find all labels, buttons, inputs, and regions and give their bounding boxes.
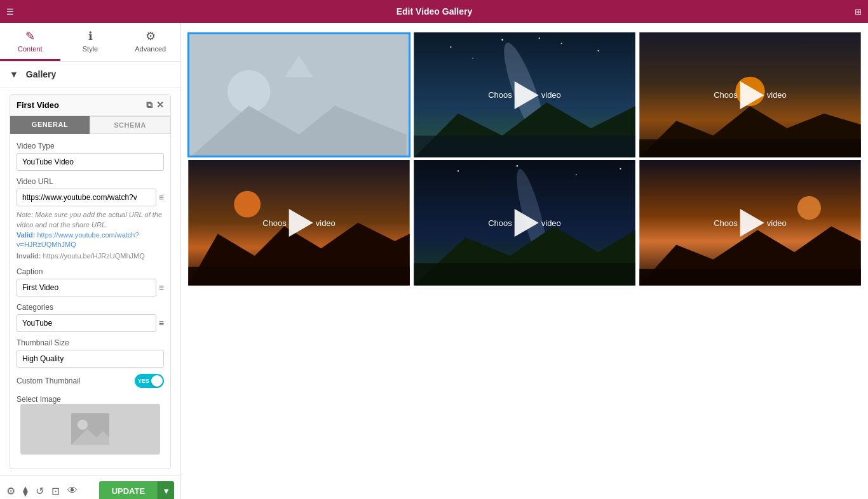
categories-field: Categories ≡ xyxy=(17,303,164,332)
svg-point-34 xyxy=(797,196,821,220)
invalid-url-text: Invalid: https://youtu.be/HJRzUQMhJMQ xyxy=(17,251,164,261)
svg-rect-20 xyxy=(639,139,860,157)
page-title: Edit Video Gallery xyxy=(14,6,855,17)
svg-rect-24 xyxy=(188,267,409,286)
video-type-field: Video Type YouTube Video Vimeo Self Host… xyxy=(17,142,164,171)
svg-point-13 xyxy=(539,37,540,39)
gallery-label: Gallery xyxy=(26,69,56,79)
play-triangle-1 xyxy=(515,81,539,109)
schema-tab[interactable]: SCHEMA xyxy=(90,116,170,134)
svg-point-10 xyxy=(561,43,562,44)
thumbnail-size-select-wrap: High Quality Medium Quality Standard Qua… xyxy=(17,350,164,368)
svg-point-22 xyxy=(234,191,261,218)
video-cell-4[interactable]: Choos video xyxy=(413,160,636,285)
categories-label: Categories xyxy=(17,303,164,312)
custom-thumbnail-row: Custom Thumbnail YES xyxy=(17,374,164,388)
caption-list-icon[interactable]: ≡ xyxy=(159,283,164,293)
valid-url-text: Valid: https://www.youtube.com/watch?v=H… xyxy=(17,230,164,250)
toggle-yes-label: YES xyxy=(138,378,149,384)
image-placeholder[interactable] xyxy=(20,404,160,455)
bottom-left-icons: ⚙ ⧫ ↺ ⊡ 👁 xyxy=(6,485,78,497)
play-triangle-4 xyxy=(515,209,539,237)
layers-icon[interactable]: ⧫ xyxy=(23,485,28,497)
select-image-label: Select Image xyxy=(17,395,61,404)
bottom-toolbar: ⚙ ⧫ ↺ ⊡ 👁 UPDATE ▼ xyxy=(0,476,180,499)
caption-input[interactable] xyxy=(17,279,156,296)
svg-point-11 xyxy=(597,50,599,51)
video-cell-1[interactable]: Choos video xyxy=(413,32,636,157)
duplicate-icon[interactable]: ⧉ xyxy=(146,100,153,110)
sidebar: ✎ Content ℹ Style ⚙ Advanced ▼ Gallery F… xyxy=(0,23,181,499)
settings-icon[interactable]: ⚙ xyxy=(6,485,15,497)
advanced-icon: ⚙ xyxy=(146,29,156,43)
caption-field: Caption ≡ xyxy=(17,267,164,296)
url-list-icon[interactable]: ≡ xyxy=(159,192,164,203)
custom-thumbnail-toggle[interactable]: YES xyxy=(135,374,164,388)
svg-point-1 xyxy=(78,420,88,430)
first-video-title: First Video xyxy=(17,100,59,110)
tab-style-label: Style xyxy=(83,45,98,53)
video-cell-2[interactable]: Choos video xyxy=(639,32,862,157)
video-cell-3[interactable]: Choos video xyxy=(187,160,410,285)
toggle-wrap: YES xyxy=(135,374,164,388)
video-cell-0[interactable] xyxy=(187,32,410,157)
caption-input-wrap: ≡ xyxy=(17,279,164,296)
hamburger-icon[interactable]: ☰ xyxy=(6,7,14,17)
svg-point-12 xyxy=(472,58,473,59)
video-url-input-wrap: ≡ xyxy=(17,189,164,206)
play-overlay-1: Choos video xyxy=(488,81,561,109)
video-type-select[interactable]: YouTube Video Vimeo Self Hosted xyxy=(17,153,164,171)
content-icon: ✎ xyxy=(25,29,35,43)
first-video-panel: First Video ⧉ ✕ GENERAL SCHEMA Video Typ… xyxy=(10,94,171,469)
play-triangle-3 xyxy=(289,209,313,237)
history-icon[interactable]: ↺ xyxy=(36,485,44,497)
toggle-knob xyxy=(151,375,163,387)
placeholder-landscape-svg xyxy=(189,34,409,156)
url-note: Note: Make sure you add the actual URL o… xyxy=(17,211,162,229)
update-button[interactable]: UPDATE xyxy=(99,481,158,499)
tab-advanced-label: Advanced xyxy=(135,45,166,53)
video-grid: Choos video xyxy=(187,32,862,286)
choose-video-label-2: video xyxy=(767,90,787,100)
choose-video-label-4: video xyxy=(541,218,561,228)
video-cell-5[interactable]: Choos video xyxy=(639,160,862,285)
choose-video-label-3: video xyxy=(316,218,336,228)
tab-style[interactable]: ℹ Style xyxy=(60,23,121,61)
first-video-header: First Video ⧉ ✕ xyxy=(10,95,170,116)
play-overlay-5: Choos video xyxy=(714,209,787,237)
close-icon[interactable]: ✕ xyxy=(156,100,164,110)
video-url-label: Video URL xyxy=(17,177,164,186)
tab-bar: ✎ Content ℹ Style ⚙ Advanced xyxy=(0,23,180,62)
content-area: Choos video xyxy=(181,23,868,499)
gallery-section: ▼ Gallery xyxy=(0,62,180,88)
thumbnail-size-select[interactable]: High Quality Medium Quality Standard Qua… xyxy=(17,350,164,368)
choose-video-label-1: video xyxy=(541,90,561,100)
video-url-field: Video URL ≡ Note: Make sure you add the … xyxy=(17,177,164,261)
categories-input[interactable] xyxy=(17,314,156,332)
svg-point-27 xyxy=(516,165,518,167)
update-dropdown-button[interactable]: ▼ xyxy=(158,481,174,499)
play-overlay-4: Choos video xyxy=(488,209,561,237)
play-overlay-2: Choos video xyxy=(714,81,787,109)
svg-point-26 xyxy=(458,171,459,172)
svg-point-29 xyxy=(620,168,621,170)
video-url-input[interactable] xyxy=(17,189,156,206)
collapse-arrow-icon: ▼ xyxy=(10,69,18,79)
play-overlay-3: Choos video xyxy=(262,209,336,237)
svg-rect-36 xyxy=(639,269,860,286)
grid-icon[interactable]: ⊞ xyxy=(855,7,862,17)
video-type-select-wrap: YouTube Video Vimeo Self Hosted xyxy=(17,153,164,171)
categories-input-wrap: ≡ xyxy=(17,314,164,332)
preview-icon[interactable]: 👁 xyxy=(67,485,78,497)
tab-content[interactable]: ✎ Content xyxy=(0,23,60,61)
caption-label: Caption xyxy=(17,267,164,276)
general-tab[interactable]: GENERAL xyxy=(10,116,90,134)
gallery-header[interactable]: ▼ Gallery xyxy=(10,69,171,79)
responsive-icon[interactable]: ⊡ xyxy=(51,485,60,497)
tab-advanced[interactable]: ⚙ Advanced xyxy=(120,23,180,61)
video-type-label: Video Type xyxy=(17,142,164,150)
tab-content-label: Content xyxy=(18,45,43,53)
play-triangle-2 xyxy=(740,81,764,109)
custom-thumbnail-label: Custom Thumbnail xyxy=(17,376,81,385)
categories-list-icon[interactable]: ≡ xyxy=(159,318,164,328)
